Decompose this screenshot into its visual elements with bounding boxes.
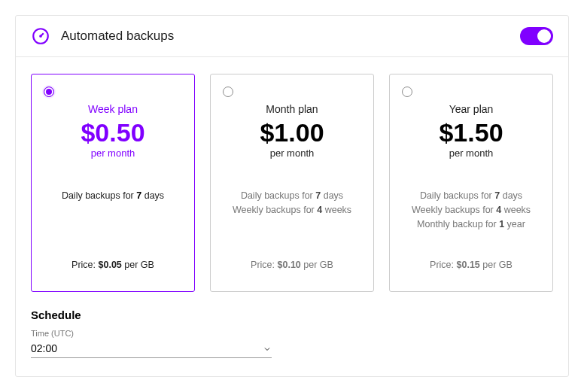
plan-permonth: per month bbox=[399, 147, 543, 159]
svg-point-2 bbox=[39, 35, 42, 38]
plan-features: Daily backups for 7 days Weekly backups … bbox=[220, 189, 364, 234]
plan-price-gb: Price: $0.05 per GB bbox=[41, 260, 185, 270]
time-label: Time (UTC) bbox=[31, 329, 553, 338]
plan-radio[interactable] bbox=[402, 87, 412, 97]
plan-feature: Daily backups for 7 days bbox=[41, 189, 185, 203]
plan-price-gb: Price: $0.15 per GB bbox=[399, 260, 543, 270]
schedule-section: Schedule Time (UTC) 02:00 bbox=[31, 308, 553, 358]
enable-toggle[interactable] bbox=[520, 27, 553, 45]
plan-radio[interactable] bbox=[44, 87, 54, 97]
plan-permonth: per month bbox=[41, 147, 185, 159]
plan-price: $1.50 bbox=[399, 118, 543, 147]
panel-title: Automated backups bbox=[61, 29, 520, 44]
plan-feature: Weekly backups for 4 weeks bbox=[399, 203, 543, 217]
plan-price-gb: Price: $0.10 per GB bbox=[220, 260, 364, 270]
plan-name: Month plan bbox=[220, 103, 364, 115]
plan-name: Year plan bbox=[399, 103, 543, 115]
chevron-down-icon bbox=[263, 344, 272, 353]
schedule-title: Schedule bbox=[31, 308, 553, 321]
plan-card-year[interactable]: Year plan $1.50 per month Daily backups … bbox=[389, 74, 553, 292]
plan-features: Daily backups for 7 days bbox=[41, 189, 185, 234]
plan-list: Week plan $0.50 per month Daily backups … bbox=[31, 74, 553, 292]
gauge-icon bbox=[31, 26, 50, 46]
plan-feature: Daily backups for 7 days bbox=[399, 189, 543, 203]
plan-radio[interactable] bbox=[223, 87, 233, 97]
plan-features: Daily backups for 7 days Weekly backups … bbox=[399, 189, 543, 234]
plan-feature: Monthly backup for 1 year bbox=[399, 217, 543, 232]
plan-price: $0.50 bbox=[41, 118, 185, 147]
plan-price: $1.00 bbox=[220, 118, 364, 147]
plan-name: Week plan bbox=[41, 103, 185, 115]
plan-permonth: per month bbox=[220, 147, 364, 159]
toggle-knob bbox=[537, 29, 551, 43]
time-value: 02:00 bbox=[31, 342, 263, 354]
panel-header: Automated backups bbox=[16, 16, 568, 57]
automated-backups-panel: Automated backups Week plan $0.50 per mo… bbox=[15, 15, 569, 377]
time-select[interactable]: 02:00 bbox=[31, 339, 272, 358]
plan-feature: Weekly backups for 4 weeks bbox=[220, 203, 364, 217]
plan-card-week[interactable]: Week plan $0.50 per month Daily backups … bbox=[31, 74, 195, 292]
plan-card-month[interactable]: Month plan $1.00 per month Daily backups… bbox=[210, 74, 374, 292]
panel-body: Week plan $0.50 per month Daily backups … bbox=[16, 57, 568, 376]
plan-feature: Daily backups for 7 days bbox=[220, 189, 364, 203]
